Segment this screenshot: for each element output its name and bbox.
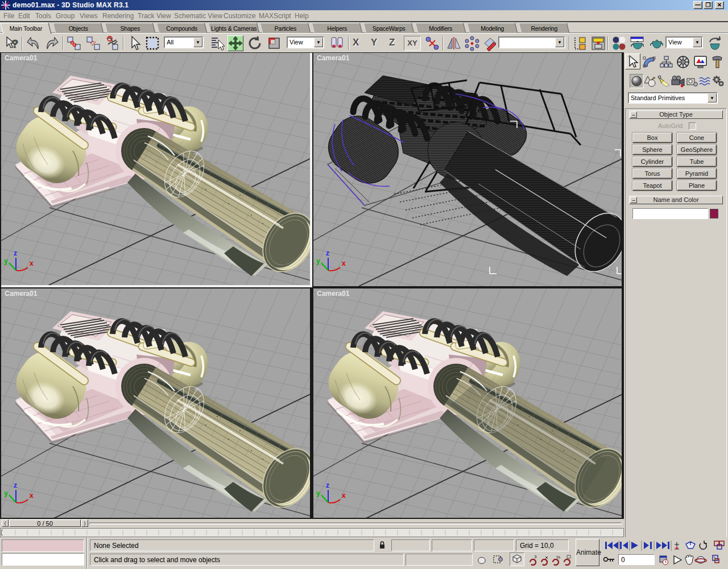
svg-text:3: 3	[534, 554, 537, 559]
svg-text:%: %	[556, 555, 560, 560]
svg-text:?: ?	[11, 38, 18, 50]
